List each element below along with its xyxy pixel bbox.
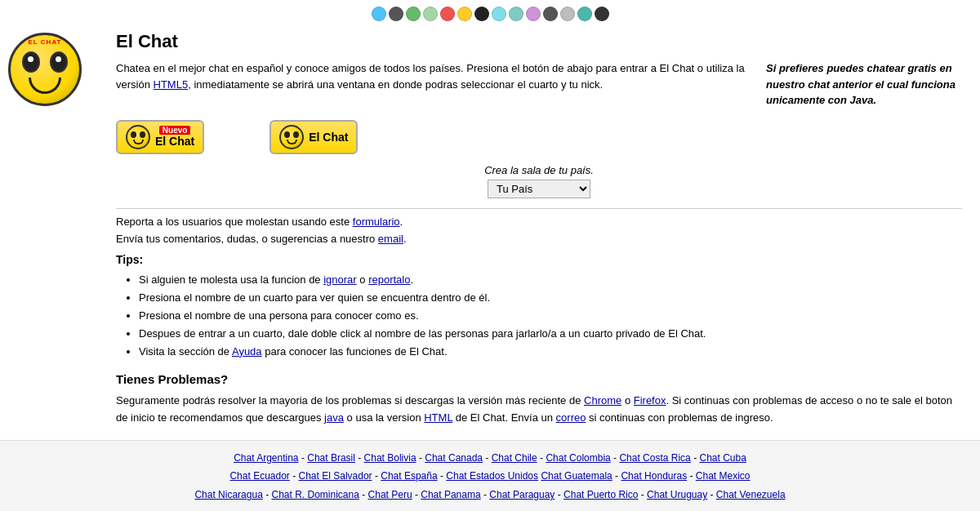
html-link[interactable]: HTML	[424, 411, 452, 424]
footer-link-mexico[interactable]: Chat Mexico	[696, 470, 751, 482]
ignorar-link[interactable]: ignorar	[323, 273, 356, 286]
footer-link-puerto-rico[interactable]: Chat Puerto Rico	[564, 489, 638, 500]
email-link[interactable]: email	[378, 233, 403, 245]
nuevo-chat-button[interactable]: Nuevo El Chat	[116, 120, 204, 154]
footer-link-paraguay[interactable]: Chat Paraguay	[489, 489, 555, 500]
create-room-section: Crea la sala de tu país. Tu País Argenti…	[116, 164, 962, 198]
color-dot-3	[406, 7, 421, 21]
color-dot-9	[509, 7, 523, 21]
tip-item-3: Presiona el nombre de una persona para c…	[139, 307, 962, 325]
tip-item-4: Despues de entrar a un cuarto, dale dobl…	[139, 325, 962, 343]
intro-left: Chatea en el mejor chat en español y con…	[116, 60, 750, 109]
nuevo-button-icon	[126, 125, 150, 149]
footer-link-peru[interactable]: Chat Peru	[368, 489, 412, 500]
java-button-text: El Chat	[309, 131, 348, 144]
tip-item-5: Visita la sección de Ayuda para conocer …	[139, 343, 962, 361]
color-dot-5	[440, 7, 455, 21]
html5-link[interactable]: HTML5	[154, 78, 189, 91]
divider-1	[116, 208, 962, 209]
footer-link-colombia[interactable]: Chat Colombia	[546, 452, 610, 464]
color-dot-8	[492, 7, 506, 21]
footer-link-bolivia[interactable]: Chat Bolivia	[364, 452, 416, 464]
tips-section: Tips: Si alguien te molesta usa la funci…	[116, 253, 962, 361]
color-bar	[0, 0, 980, 24]
logo-eye-left	[22, 51, 40, 73]
formulario-link[interactable]: formulario	[353, 216, 400, 228]
footer-link-brasil[interactable]: Chat Brasil	[307, 452, 355, 464]
correo-link[interactable]: correo	[556, 411, 586, 424]
tip-item-2: Presiona el nombre de un cuarto para ver…	[139, 289, 962, 307]
footer-link-panama[interactable]: Chat Panama	[421, 489, 480, 500]
footer-link-ecuador[interactable]: Chat Ecuador	[229, 470, 289, 482]
footer-link-guatemala[interactable]: Chat Guatemala	[541, 470, 612, 482]
problems-text: Seguramente podrás resolver la mayoria d…	[116, 393, 962, 427]
java-button-icon	[279, 125, 304, 149]
reportalo-link[interactable]: reportalo	[368, 273, 410, 286]
footer-link-espana[interactable]: Chat España	[381, 470, 437, 482]
intro-section: Chatea en el mejor chat en español y con…	[116, 60, 962, 109]
intro-right: Si prefieres puedes chatear gratis en nu…	[766, 60, 962, 109]
color-dot-1	[372, 7, 386, 21]
color-dot-2	[389, 7, 403, 21]
logo-smile	[29, 78, 61, 94]
java-chat-button[interactable]: El Chat	[270, 120, 358, 154]
main-container: EL CHAT El Chat Chatea en el mejor chat …	[0, 24, 980, 440]
site-logo: EL CHAT	[8, 33, 82, 106]
problems-title: Tienes Problemas?	[116, 372, 962, 386]
footer-links: Chat Argentina - Chat Brasil - Chat Boli…	[0, 440, 980, 511]
color-dot-11	[543, 7, 558, 21]
tips-title: Tips:	[116, 253, 962, 266]
logo-area: EL CHAT	[8, 24, 106, 106]
ayuda-link[interactable]: Ayuda	[232, 345, 262, 358]
footer-link-chile[interactable]: Chat Chile	[492, 452, 537, 464]
color-dot-7	[474, 7, 489, 21]
country-select[interactable]: Tu País Argentina Bolivia Brasil Canada …	[488, 180, 590, 198]
footer-link-nicaragua[interactable]: Chat Nicaragua	[194, 489, 262, 500]
page-wrapper: EL CHAT El Chat Chatea en el mejor chat …	[0, 0, 980, 511]
page-title: El Chat	[116, 31, 962, 52]
footer-link-canada[interactable]: Chat Canada	[425, 452, 483, 464]
firefox-link[interactable]: Firefox	[634, 394, 666, 407]
footer-link-venezuela[interactable]: Chat Venezuela	[716, 489, 786, 500]
problems-section: Tienes Problemas? Seguramente podrás res…	[116, 372, 962, 427]
footer-link-cuba[interactable]: Chat Cuba	[699, 452, 746, 464]
logo-badge: EL CHAT	[29, 38, 62, 46]
content-area: El Chat Chatea en el mejor chat en españ…	[106, 24, 972, 440]
nuevo-button-text: Nuevo El Chat	[155, 126, 194, 148]
footer-link-estados-unidos[interactable]: Chat Estados Unidos	[446, 470, 538, 482]
buttons-section: Nuevo El Chat El Chat	[116, 120, 962, 154]
footer-link-argentina[interactable]: Chat Argentina	[234, 452, 298, 464]
color-dot-6	[457, 7, 472, 21]
footer-link-el-salvador[interactable]: Chat El Salvador	[299, 470, 372, 482]
color-dot-12	[560, 7, 575, 21]
comments-line: Envía tus comentarios, dudas, o sugerenc…	[116, 233, 962, 245]
color-dot-10	[526, 7, 541, 21]
color-dot-13	[577, 7, 592, 21]
color-dot-4	[423, 7, 438, 21]
chrome-link[interactable]: Chrome	[584, 394, 621, 407]
footer-link-costa-rica[interactable]: Chat Costa Rica	[619, 452, 690, 464]
nuevo-label: Nuevo	[159, 126, 191, 135]
nuevo-chat-label: El Chat	[155, 135, 194, 148]
logo-eye-right	[50, 51, 68, 73]
create-room-label: Crea la sala de tu país.	[484, 164, 594, 176]
footer-link-rd[interactable]: Chat R. Dominicana	[271, 489, 359, 500]
logo-eyes	[22, 51, 68, 73]
java-chat-label: El Chat	[309, 131, 348, 144]
color-dot-14	[595, 7, 609, 21]
footer-link-uruguay[interactable]: Chat Uruguay	[647, 489, 707, 500]
java-download-link[interactable]: java	[324, 411, 344, 424]
tip-item-1: Si alguien te molesta usa la funcion de …	[139, 271, 962, 289]
report-line: Reporta a los usuarios que molestan usan…	[116, 216, 962, 228]
tips-list: Si alguien te molesta usa la funcion de …	[139, 271, 962, 361]
footer-link-honduras[interactable]: Chat Honduras	[621, 470, 687, 482]
